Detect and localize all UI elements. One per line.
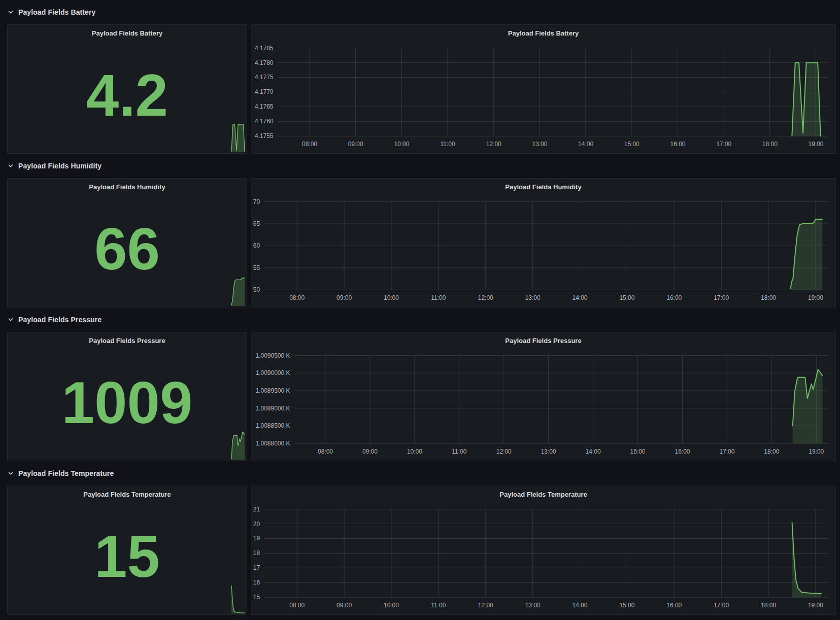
y-tick-label: 1.0088500 K (256, 423, 290, 430)
stat-sparkline (231, 277, 245, 306)
x-tick-label: 15:00 (619, 294, 634, 301)
x-tick-label: 08:00 (318, 448, 333, 455)
y-tick-label: 1.0089000 K (256, 405, 290, 412)
y-tick-label: 19 (253, 535, 260, 542)
y-tick-label: 4.1785 (255, 45, 274, 52)
x-tick-label: 17:00 (714, 602, 729, 609)
x-tick-label: 10:00 (384, 294, 399, 301)
row-header-pressure[interactable]: Payload Fields Pressure (0, 307, 840, 332)
row-panels: Payload Fields Humidity 66 Payload Field… (0, 178, 840, 307)
x-tick-label: 13:00 (525, 602, 541, 609)
y-tick-label: 1.0090000 K (256, 369, 290, 376)
x-tick-label: 18:00 (762, 141, 778, 148)
stat-value: 4.2 (86, 66, 168, 125)
x-tick-label: 13:00 (532, 141, 547, 148)
x-tick-label: 17:00 (719, 448, 734, 455)
x-tick-label: 16:00 (666, 294, 682, 301)
y-tick-label: 65 (253, 220, 260, 227)
stat-value: 15 (94, 527, 160, 586)
stat-panel-temperature: Payload Fields Temperature 15 (7, 486, 247, 615)
y-tick-label: 17 (253, 564, 260, 571)
row-header-humidity[interactable]: Payload Fields Humidity (0, 154, 840, 178)
x-tick-label: 19:00 (808, 602, 823, 609)
y-tick-label: 18 (253, 549, 260, 557)
x-tick-label: 19:00 (809, 448, 824, 455)
timeseries-panel-pressure: Payload Fields Pressure 1.0090500 K1.009… (251, 332, 836, 461)
y-tick-label: 4.1755 (255, 132, 274, 140)
x-tick-label: 09:00 (337, 294, 352, 301)
chevron-down-icon (8, 317, 14, 323)
row-title: Payload Fields Pressure (18, 316, 102, 324)
row-panels: Payload Fields Battery 4.2 Payload Field… (0, 24, 840, 154)
x-tick-label: 18:00 (761, 294, 776, 301)
timeseries-chart[interactable]: 4.17854.17804.17754.17704.17654.17604.17… (251, 25, 835, 153)
x-tick-label: 15:00 (624, 141, 640, 148)
x-tick-label: 12:00 (478, 294, 493, 301)
x-tick-label: 15:00 (630, 448, 646, 455)
x-tick-label: 15:00 (619, 602, 634, 609)
stat-panel-battery: Payload Fields Battery 4.2 (7, 24, 247, 154)
x-tick-label: 16:00 (666, 602, 682, 609)
y-tick-label: 15 (253, 594, 260, 601)
timeseries-panel-temperature: Payload Fields Temperature 2120191817161… (251, 486, 836, 615)
stat-panel-title[interactable]: Payload Fields Temperature (8, 491, 247, 498)
series-line (792, 523, 822, 594)
dashboard-row-temperature: Payload Fields Temperature Payload Field… (0, 461, 840, 615)
timeseries-chart[interactable]: 706560555008:0009:0010:0011:0012:0013:00… (251, 179, 835, 307)
x-tick-label: 16:00 (675, 448, 690, 455)
timeseries-panel-battery: Payload Fields Battery 4.17854.17804.177… (251, 24, 836, 154)
x-tick-label: 14:00 (573, 602, 588, 609)
x-tick-label: 13:00 (525, 294, 541, 301)
y-tick-label: 1.0089500 K (256, 387, 290, 394)
x-tick-label: 08:00 (289, 294, 305, 301)
x-tick-label: 18:00 (764, 448, 779, 455)
chart-panel-title[interactable]: Payload Fields Battery (251, 29, 835, 37)
y-tick-label: 4.1770 (255, 88, 274, 95)
y-tick-label: 21 (253, 506, 260, 513)
row-panels: Payload Fields Pressure 1009 Payload Fie… (0, 332, 840, 461)
stat-panel-title[interactable]: Payload Fields Humidity (8, 183, 247, 191)
x-tick-label: 09:00 (337, 602, 352, 609)
series-fill (792, 523, 822, 598)
dashboard-row-pressure: Payload Fields Pressure Payload Fields P… (0, 307, 840, 461)
x-tick-label: 08:00 (302, 141, 317, 148)
chart-panel-title[interactable]: Payload Fields Humidity (251, 183, 835, 191)
x-tick-label: 10:00 (394, 141, 409, 148)
chart-panel-title[interactable]: Payload Fields Pressure (251, 337, 835, 345)
x-tick-label: 10:00 (384, 602, 399, 609)
x-tick-label: 17:00 (714, 294, 729, 301)
timeseries-chart[interactable]: 2120191817161508:0009:0010:0011:0012:001… (251, 486, 835, 614)
stat-panel-humidity: Payload Fields Humidity 66 (7, 178, 247, 307)
y-tick-label: 60 (253, 242, 260, 249)
timeseries-chart[interactable]: 1.0090500 K1.0090000 K1.0089500 K1.00890… (251, 332, 835, 461)
chevron-down-icon (8, 9, 14, 15)
x-tick-label: 14:00 (573, 294, 588, 301)
y-tick-label: 4.1780 (255, 59, 274, 66)
stat-panel-title[interactable]: Payload Fields Pressure (8, 337, 247, 345)
x-tick-label: 16:00 (670, 141, 685, 148)
stat-value: 1009 (61, 373, 192, 432)
y-tick-label: 1.0090500 K (256, 352, 290, 359)
stat-panel-title[interactable]: Payload Fields Battery (8, 29, 247, 37)
x-tick-label: 09:00 (348, 141, 363, 148)
x-tick-label: 09:00 (362, 448, 378, 455)
row-header-temperature[interactable]: Payload Fields Temperature (0, 461, 840, 486)
row-panels: Payload Fields Temperature 15 Payload Fi… (0, 486, 840, 615)
x-tick-label: 19:00 (808, 294, 823, 301)
x-tick-label: 10:00 (407, 448, 422, 455)
x-tick-label: 12:00 (496, 448, 512, 455)
chart-panel-title[interactable]: Payload Fields Temperature (251, 491, 835, 498)
x-tick-label: 11:00 (431, 294, 446, 301)
x-tick-label: 19:00 (809, 141, 824, 148)
row-title: Payload Fields Battery (18, 8, 95, 16)
timeseries-panel-humidity: Payload Fields Humidity 706560555008:000… (251, 178, 836, 307)
x-tick-label: 11:00 (431, 602, 446, 609)
row-header-battery[interactable]: Payload Fields Battery (0, 0, 840, 24)
y-tick-label: 50 (253, 286, 260, 293)
x-tick-label: 14:00 (586, 448, 601, 455)
stat-sparkline (231, 584, 245, 613)
y-tick-label: 55 (253, 264, 260, 271)
row-title: Payload Fields Humidity (18, 162, 102, 170)
dashboard-row-battery: Payload Fields Battery Payload Fields Ba… (0, 0, 840, 154)
dashboard-row-humidity: Payload Fields Humidity Payload Fields H… (0, 154, 840, 307)
